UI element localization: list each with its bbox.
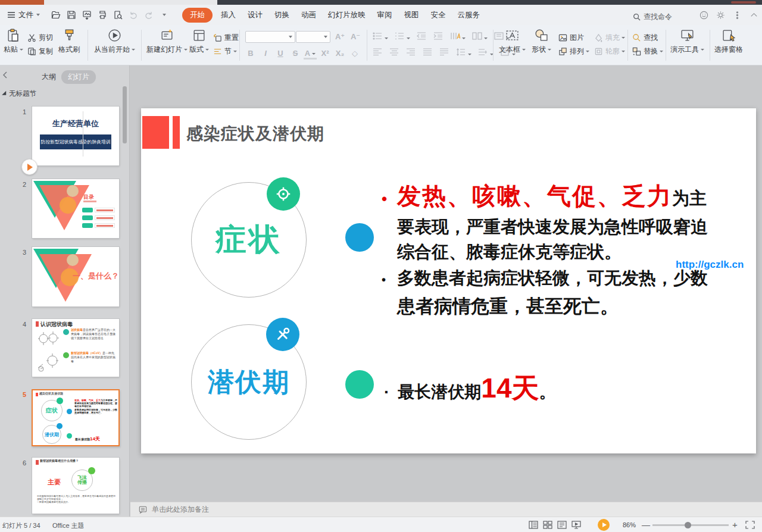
justify-icon[interactable] [423,48,433,59]
font-color-button[interactable]: A [304,49,317,60]
more-menu-icon[interactable] [733,11,742,20]
tab-outline[interactable]: 大纲 [42,72,56,82]
outline-button[interactable]: 轮廓 [594,46,625,57]
find-command-search[interactable]: 查找命令 [633,12,672,22]
tab-home[interactable]: 开始 [182,8,213,23]
close-button[interactable] [731,1,756,4]
symptom-bullet2-line2[interactable]: 患者病情危重，甚至死亡。 [382,294,751,319]
tab-animation[interactable]: 动画 [295,8,322,23]
distribute-icon[interactable] [439,48,449,59]
zoom-percentage[interactable]: 86% [623,521,636,528]
list-settings-icon[interactable] [478,48,494,59]
new-slide-button[interactable]: 新建幻灯片 [146,27,188,55]
open-icon[interactable] [51,10,61,20]
undo-icon[interactable] [128,10,138,20]
line-spacing-icon[interactable] [456,48,471,59]
shapes-button[interactable]: 形状 [532,27,551,55]
tab-review[interactable]: 审阅 [371,8,398,23]
superscript-button[interactable]: X² [318,49,332,60]
slideshow-view-icon[interactable] [572,521,581,530]
file-menu[interactable]: 文件 [6,8,41,23]
italic-button[interactable]: I [259,49,272,60]
paste-button[interactable]: 粘贴 [4,27,23,55]
feedback-smiley-icon[interactable] [699,11,708,20]
reset-button[interactable]: 重置 [213,33,239,43]
fill-button[interactable]: 填充 [594,33,625,43]
slide-sorter-icon[interactable] [543,521,552,530]
subscript-button[interactable]: X₂ [333,49,346,60]
tab-slides[interactable]: 幻灯片 [61,70,96,84]
redo-icon[interactable] [143,10,154,20]
section-button[interactable]: 节 [213,46,239,57]
zoom-in-button[interactable]: + [732,520,738,530]
slide-title[interactable]: 感染症状及潜伏期 [186,123,324,145]
media-play-overlay[interactable] [21,159,38,175]
collapse-panel-icon[interactable] [2,71,8,79]
tab-insert[interactable]: 插入 [215,8,242,23]
save-icon[interactable] [66,10,76,20]
tab-security[interactable]: 安全 [425,8,452,23]
play-from-current-button[interactable]: 从当前开始 [94,27,135,55]
play-slideshow-button[interactable] [598,519,610,531]
notes-bar[interactable]: 单击此处添加备注 [130,502,762,517]
bold-button[interactable]: B [244,49,257,60]
picture-button[interactable]: 图片 [558,33,589,43]
symptom-bullet1-line2[interactable]: 要表现，严重者快速发展为急性呼吸窘迫 [382,215,751,239]
cut-button[interactable]: 剪切 [27,33,53,43]
grow-font-button[interactable]: A⁺ [333,32,346,41]
arrange-button[interactable]: 排列 [558,46,589,57]
incubation-badge[interactable] [266,318,299,351]
format-painter-button[interactable]: 格式刷 [58,27,80,55]
print-preview-icon[interactable] [113,10,123,20]
slide-thumbnail-6[interactable]: 新型冠状病毒通过什么传播？ 主要 飞沫 传播 目前新型冠状病毒可通过人与人之间传… [32,458,119,514]
tab-transition[interactable]: 切换 [268,8,295,23]
document-tab[interactable] [0,0,44,5]
align-left-icon[interactable] [373,48,383,59]
align-center-icon[interactable] [389,48,399,59]
font-name-select[interactable] [245,31,295,43]
tab-view[interactable]: 视图 [398,8,425,23]
tab-cloud[interactable]: 云服务 [452,8,486,23]
clear-format-button[interactable]: ◇ [348,49,361,60]
find-button[interactable]: 查找 [632,33,663,43]
reading-view-icon[interactable] [557,521,567,530]
columns-icon[interactable] [472,32,488,43]
normal-view-icon[interactable] [529,521,538,530]
decrease-indent-icon[interactable] [417,32,427,43]
copy-button[interactable]: 复制 [27,46,53,57]
text-direction-icon[interactable] [450,32,466,43]
print-icon[interactable] [97,10,107,20]
export-image-icon[interactable] [82,10,92,20]
presenter-tools-button[interactable]: 演示工具 [670,27,704,55]
font-size-select[interactable] [296,31,330,43]
shrink-font-button[interactable]: A⁻ [349,32,362,41]
symptom-bullet1-line1[interactable]: •发热、咳嗽、气促、乏力为主 [382,180,751,212]
selection-pane-button[interactable]: 选择窗格 [714,27,743,55]
bullet-list-icon[interactable] [373,32,388,43]
tab-design[interactable]: 设计 [242,8,268,23]
settings-gear-icon[interactable] [716,11,725,20]
zoom-out-button[interactable]: — [642,520,650,530]
align-right-icon[interactable] [406,48,416,59]
replace-button[interactable]: 替换 [632,46,663,57]
section-header[interactable]: 无标题节 [4,89,36,98]
underline-button[interactable]: U [274,49,287,60]
slide-thumbnail-2[interactable]: 目录 [32,179,119,238]
collapse-ribbon-icon[interactable] [749,11,758,20]
slide-thumbnail-4[interactable]: 认识冠状病毒 冠状病毒是自然界广泛存在的一大类病毒，因该病毒形态在电子显微镜下观… [32,319,119,377]
layout-button[interactable]: 版式 [189,27,209,55]
theme-name[interactable]: Office 主题 [52,521,85,530]
numbered-list-icon[interactable] [395,32,410,43]
strikethrough-button[interactable]: S [289,49,302,60]
text-box-button[interactable]: 文本框 [499,27,526,55]
slide-canvas[interactable]: 感染症状及潜伏期 症状 •发热、咳嗽、气促、乏力为主 要表现，严重者快速发展为急… [141,108,756,453]
fit-slide-icon[interactable] [745,521,755,530]
increase-indent-icon[interactable] [433,32,444,43]
symptom-badge[interactable] [267,177,300,211]
zoom-slider-handle[interactable] [685,522,691,528]
slide-thumbnail-5-current[interactable]: 感染症状及潜伏期 症状 发热、咳嗽、气促、乏力为主要表现，严重者快速发展为急性呼… [32,389,120,446]
incubation-text-row[interactable]: ·最长潜伏期14天。 [384,370,556,407]
tab-slideshow[interactable]: 幻灯片放映 [322,8,371,23]
slide-thumbnail-1[interactable]: 生产经营单位 防控新型冠状病毒感染的肺炎培训 [32,107,119,165]
sidebar-scrollbar[interactable] [123,86,127,143]
